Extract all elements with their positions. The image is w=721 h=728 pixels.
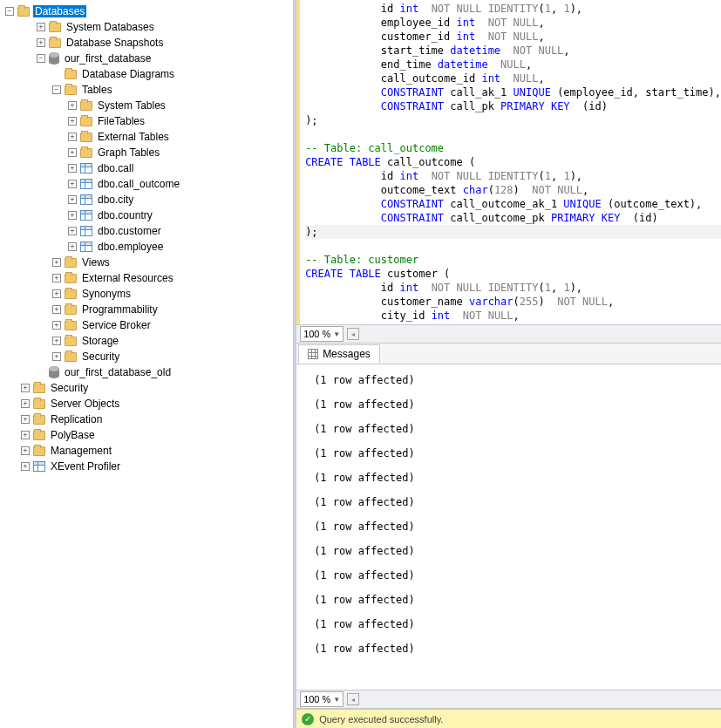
scroll-left-icon[interactable]: ◂	[347, 328, 359, 340]
code-line[interactable]: CREATE TABLE customer (	[305, 267, 721, 281]
message-row: (1 row affected)	[314, 441, 704, 466]
expand-icon[interactable]: +	[68, 180, 77, 188]
expand-icon[interactable]: +	[52, 337, 61, 345]
tree-item[interactable]: +Service Broker	[0, 317, 293, 333]
tree-item-label: dbo.country	[96, 209, 154, 221]
zoom-selector[interactable]: 100 % ▼	[300, 691, 343, 707]
code-line[interactable]: employee_id int NOT NULL,	[305, 16, 721, 30]
expand-icon[interactable]: +	[52, 274, 61, 282]
code-line[interactable]: call_outcome_id int NULL,	[305, 71, 721, 85]
expand-icon[interactable]: +	[68, 117, 77, 126]
folder-icon	[33, 384, 45, 393]
expand-icon[interactable]: +	[68, 242, 77, 251]
expand-icon[interactable]: +	[68, 211, 77, 220]
code-line[interactable]: -- Table: call_outcome	[305, 141, 721, 155]
expand-icon[interactable]: +	[68, 195, 77, 204]
expand-icon[interactable]: +	[21, 431, 30, 439]
tree-item[interactable]: +Replication	[0, 412, 293, 427]
code-line[interactable]: id int NOT NULL IDENTITY(1, 1),	[305, 2, 721, 16]
expand-icon[interactable]: +	[52, 305, 61, 314]
object-explorer-tree[interactable]: − Databases +System Databases+Database S…	[0, 0, 296, 728]
tree-item[interactable]: +External Resources	[0, 270, 293, 286]
expand-icon[interactable]: +	[52, 258, 61, 267]
code-line[interactable]: CONSTRAINT call_ak_1 UNIQUE (employee_id…	[305, 85, 721, 99]
tree-item[interactable]: +Management	[0, 443, 293, 459]
code-line[interactable]: customer_name varchar(255) NOT NULL,	[305, 295, 721, 309]
tree-item-label: our_first_database	[63, 52, 153, 65]
tree-item[interactable]: +dbo.call	[0, 160, 293, 176]
messages-tab[interactable]: Messages	[298, 344, 380, 364]
tree-item[interactable]: +FileTables	[0, 113, 293, 129]
code-line[interactable]: end_time datetime NULL,	[305, 58, 721, 71]
tree-item[interactable]: +Synonyms	[0, 286, 293, 302]
tree-item[interactable]: +dbo.city	[0, 192, 293, 208]
tree-item[interactable]: +dbo.customer	[0, 223, 293, 239]
tree-item-label: PolyBase	[49, 429, 97, 441]
folder-icon	[80, 117, 92, 126]
tree-item[interactable]: +dbo.call_outcome	[0, 176, 293, 192]
expand-icon[interactable]: +	[37, 23, 45, 31]
tree-item[interactable]: our_first_database_old	[0, 364, 293, 380]
collapse-icon[interactable]: −	[5, 7, 14, 16]
tree-item[interactable]: +System Databases	[0, 19, 293, 35]
tree-item[interactable]: +dbo.country	[0, 208, 293, 223]
tree-item[interactable]: +Security	[0, 349, 293, 364]
code-line[interactable]	[305, 127, 721, 141]
code-line[interactable]: id int NOT NULL IDENTITY(1, 1),	[305, 281, 721, 295]
tree-item[interactable]: Database Diagrams	[0, 66, 293, 82]
collapse-icon[interactable]: −	[52, 85, 61, 94]
expand-icon[interactable]: +	[68, 227, 77, 235]
expand-icon[interactable]: +	[52, 352, 61, 361]
table-icon	[80, 226, 92, 236]
expand-icon[interactable]: +	[21, 446, 30, 455]
tree-item[interactable]: +Database Snapshots	[0, 35, 293, 51]
code-line[interactable]: CONSTRAINT call_outcome_pk PRIMARY KEY (…	[305, 211, 721, 225]
code-line[interactable]: );	[305, 225, 721, 239]
code-line[interactable]: id int NOT NULL IDENTITY(1, 1),	[305, 169, 721, 183]
code-line[interactable]	[305, 239, 721, 253]
tree-item[interactable]: +Views	[0, 255, 293, 270]
code-line[interactable]: CONSTRAINT call_pk PRIMARY KEY (id)	[305, 99, 721, 113]
expand-icon[interactable]: +	[37, 38, 45, 47]
tree-item[interactable]: +XEvent Profiler	[0, 459, 293, 474]
tree-item[interactable]: +Server Objects	[0, 396, 293, 412]
tree-item[interactable]: +Security	[0, 380, 293, 396]
tree-item[interactable]: +External Tables	[0, 129, 293, 145]
expand-icon[interactable]: +	[68, 101, 77, 110]
tree-root-databases[interactable]: − Databases	[0, 3, 293, 19]
folder-icon	[65, 305, 77, 315]
messages-pane[interactable]: (1 row affected)(1 row affected)(1 row a…	[296, 364, 721, 690]
tree-item[interactable]: +Storage	[0, 333, 293, 349]
tree-item[interactable]: +Programmability	[0, 302, 293, 317]
scroll-left-icon[interactable]: ◂	[347, 693, 359, 705]
code-line[interactable]: CREATE TABLE call_outcome (	[305, 155, 721, 169]
code-line[interactable]: city_id int NOT NULL,	[305, 309, 721, 323]
tree-item[interactable]: +PolyBase	[0, 427, 293, 443]
tree-item[interactable]: +Graph Tables	[0, 145, 293, 160]
tree-item-label: XEvent Profiler	[49, 460, 122, 473]
code-line[interactable]: outcome_text char(128) NOT NULL,	[305, 183, 721, 197]
code-line[interactable]: -- Table: customer	[305, 253, 721, 267]
expand-icon[interactable]: +	[52, 321, 61, 330]
tree-item-label: Management	[49, 445, 113, 457]
expand-icon[interactable]: +	[21, 384, 30, 392]
tree-item[interactable]: −our_first_database	[0, 51, 293, 66]
expand-icon[interactable]: +	[68, 148, 77, 157]
expand-icon[interactable]: +	[21, 415, 30, 424]
collapse-icon[interactable]: −	[37, 54, 45, 63]
tree-root-label[interactable]: Databases	[33, 5, 86, 17]
code-line[interactable]: start_time datetime NOT NULL,	[305, 44, 721, 58]
tree-item[interactable]: −Tables	[0, 82, 293, 98]
code-line[interactable]: );	[305, 113, 721, 127]
code-line[interactable]: customer_id int NOT NULL,	[305, 30, 721, 44]
code-line[interactable]: CONSTRAINT call_outcome_ak_1 UNIQUE (out…	[305, 197, 721, 211]
expand-icon[interactable]: +	[68, 164, 77, 173]
zoom-selector[interactable]: 100 % ▼	[300, 326, 343, 342]
expand-icon[interactable]: +	[21, 399, 30, 408]
sql-editor[interactable]: id int NOT NULL IDENTITY(1, 1), employee…	[296, 0, 721, 324]
expand-icon[interactable]: +	[68, 133, 77, 141]
expand-icon[interactable]: +	[52, 289, 61, 298]
tree-item[interactable]: +dbo.employee	[0, 239, 293, 255]
expand-icon[interactable]: +	[21, 462, 30, 471]
tree-item[interactable]: +System Tables	[0, 98, 293, 113]
